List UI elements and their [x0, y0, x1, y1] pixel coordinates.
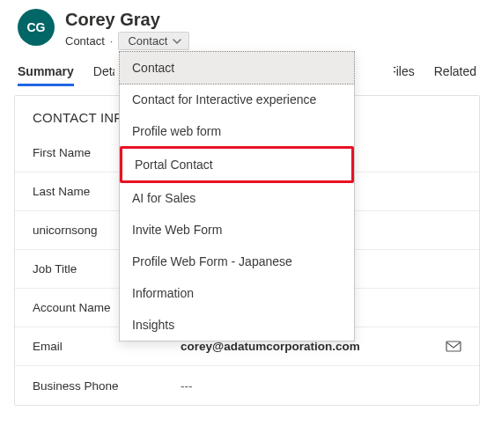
menu-item-invite-web-form[interactable]: Invite Web Form: [120, 214, 354, 246]
field-label: Business Phone: [33, 379, 173, 393]
menu-item-ai-for-sales[interactable]: AI for Sales: [120, 182, 354, 214]
send-email-icon[interactable]: [442, 341, 461, 353]
form-switcher-label: Contact: [128, 34, 167, 48]
menu-item-information[interactable]: Information: [120, 277, 354, 309]
menu-item-contact-interactive[interactable]: Contact for Interactive experience: [120, 84, 354, 115]
menu-item-profile-web-form[interactable]: Profile web form: [120, 115, 354, 147]
field-business-phone[interactable]: Business Phone ---: [15, 366, 479, 405]
tab-summary[interactable]: Summary: [18, 64, 74, 86]
tab-related[interactable]: Related: [434, 64, 476, 86]
menu-item-portal-contact[interactable]: Portal Contact: [120, 146, 354, 183]
menu-item-contact[interactable]: Contact: [119, 51, 355, 84]
menu-item-profile-web-form-jp[interactable]: Profile Web Form - Japanese: [120, 246, 354, 277]
form-switcher-button[interactable]: Contact: [118, 32, 189, 50]
separator-dot: ·: [110, 34, 114, 48]
tab-details[interactable]: Details: [93, 64, 114, 86]
record-header: CG Corey Gray Contact · Contact: [0, 0, 494, 54]
chevron-down-icon: [173, 37, 181, 46]
tab-files[interactable]: Files: [394, 64, 415, 86]
field-value[interactable]: ---: [181, 379, 461, 393]
menu-item-insights[interactable]: Insights: [120, 309, 354, 341]
field-label: Email: [33, 340, 173, 353]
field-value[interactable]: corey@adatumcorporation.com: [181, 340, 435, 353]
form-switcher-menu[interactable]: Contact Contact for Interactive experien…: [119, 51, 355, 342]
page-title: Corey Gray: [65, 9, 480, 30]
svg-rect-1: [446, 342, 461, 351]
avatar: CG: [18, 9, 55, 46]
entity-type-label: Contact: [65, 34, 105, 48]
